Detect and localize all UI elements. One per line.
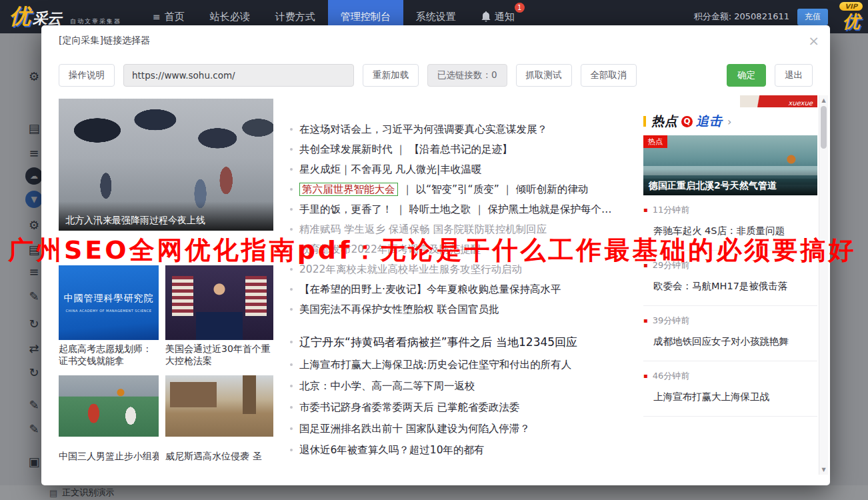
news-card-congress[interactable] <box>165 265 273 340</box>
main-photo-caption[interactable]: 北方入汛来最强降雨过程今夜上线 <box>59 201 273 231</box>
news-link: 上海宣布打赢大上海保卫战:历史会记住坚守和付出的所有人 <box>299 359 571 371</box>
bullet-square-icon: ▪ <box>643 317 648 324</box>
reload-button[interactable]: 重新加载 <box>363 64 419 87</box>
logo-glyph: 优 <box>9 2 31 31</box>
promo-banner[interactable]: xuexue <box>740 95 817 107</box>
news-item[interactable]: 美国宪法不再保护女性堕胎权 联合国官员批 <box>288 299 644 319</box>
bullet-icon <box>290 385 293 387</box>
news-link: 手里的饭，更香了！ ｜ 聆听土地之歌 ｜ 保护黑土地就是保护每个… <box>299 203 612 215</box>
news-card-basketball[interactable] <box>59 375 159 437</box>
bullet-icon <box>290 288 293 291</box>
bullet-square-icon: ▪ <box>643 207 648 213</box>
news-item[interactable]: 第六届世界智能大会 ｜ 以“智变”引“质变” ｜ 倾听创新的律动 <box>288 179 644 199</box>
nav-settings-label: 系统设置 <box>416 11 456 23</box>
hot-tag-badge: 热点 <box>643 135 667 148</box>
embedded-page: xuexue 北方入汛来最强降雨过程今夜上线 中國管理科學研究院 CHINA A… <box>59 95 828 475</box>
dialog-title: [定向采集]链接选择器 <box>59 35 150 47</box>
card-caption[interactable]: 中国三人男篮止步小组赛 <box>59 451 159 463</box>
scroll-up-icon[interactable]: ▲ <box>819 97 828 103</box>
news-item[interactable]: 共创全球发展新时代 ｜ 【沿着总书记的足迹】 <box>288 139 644 159</box>
hot-item-link[interactable]: 上海宣布打赢大上海保卫战 <box>643 391 817 403</box>
news-item[interactable]: 退休近6年被查算久吗？超过10年的都有 <box>288 439 644 461</box>
close-icon[interactable]: × <box>808 34 819 47</box>
grab-test-button[interactable]: 抓取测试 <box>516 64 572 87</box>
hot-title-right: 追击 <box>696 113 723 130</box>
bell-icon <box>481 11 491 22</box>
hot-logo-icon: Q <box>681 116 693 127</box>
hot-item-time: 39分钟前 <box>653 315 690 327</box>
dialog-header: [定向采集]链接选择器 × <box>59 31 819 51</box>
bullet-icon <box>290 449 293 451</box>
bullet-icon <box>290 128 293 131</box>
news-list: 在这场对话会上，习近平为何强调要真心实意谋发展？ 共创全球发展新时代 ｜ 【沿着… <box>288 119 644 461</box>
card-caption[interactable]: 美国会通过近30年首个重大控枪法案 <box>165 343 273 367</box>
nav-home-label: 首页 <box>165 11 185 23</box>
highlighted-link[interactable]: 第六届世界智能大会 <box>299 183 398 196</box>
bullet-icon <box>290 406 293 409</box>
menu-icon: ≡ <box>153 11 161 22</box>
news-link: 美国宪法不再保护女性堕胎权 联合国官员批 <box>299 303 499 315</box>
navbar-right: 积分金额: 2050821611 充值 <box>694 9 828 25</box>
news-item[interactable]: 辽宁丹东“持黄码者看病被拦”事件之后 当地12345回应 <box>288 330 644 354</box>
accent-bar <box>643 116 646 127</box>
nav-must-read-label: 站长必读 <box>210 11 250 23</box>
help-button[interactable]: 操作说明 <box>59 64 115 87</box>
news-link: 在这场对话会上，习近平为何强调要真心实意谋发展？ <box>299 123 547 135</box>
hot-item[interactable]: ▪39分钟前 成都地铁回应女子对小孩跳艳舞 <box>643 306 817 361</box>
scrollbar[interactable]: ▲ ▼ <box>819 95 828 475</box>
news-link: 【在希望的田野上·麦收记】今年夏粮收购总量保持高水平 <box>299 283 561 295</box>
bullet-icon <box>290 268 293 271</box>
bullet-icon <box>290 188 293 191</box>
news-item[interactable]: 手里的饭，更香了！ ｜ 聆听土地之歌 ｜ 保护黑土地就是保护每个… <box>288 199 644 219</box>
watermark-text: 广州SEO全网优化指南pdf：无论是干什么工作最基础的必须要搞好 <box>8 233 857 267</box>
hot-title-left: 热点 <box>651 113 678 130</box>
nav-pricing-label: 计费方式 <box>275 11 315 23</box>
exit-button[interactable]: 退出 <box>775 64 813 87</box>
bullet-icon <box>290 427 293 430</box>
url-input[interactable] <box>123 64 354 87</box>
bullet-square-icon: ▪ <box>643 373 648 379</box>
scrollbar-thumb[interactable] <box>821 106 827 149</box>
news-item[interactable]: 【在希望的田野上·麦收记】今年夏粮收购总量保持高水平 <box>288 279 644 299</box>
corner-logo-glyph: 优 <box>843 10 860 33</box>
hot-image[interactable]: 热点 德国正重启北溪2号天然气管道 <box>643 135 817 195</box>
chevron-right-icon[interactable]: › <box>727 115 731 128</box>
news-card-institute[interactable]: 中國管理科學研究院 CHINA ACADEMY OF MANAGEMENT SC… <box>59 265 159 340</box>
bullet-icon <box>290 363 293 366</box>
hot-item-time: 46分钟前 <box>653 370 690 382</box>
news-item[interactable]: 市委书记跻身省委常委两天后 已掌舵省委政法委 <box>288 397 644 418</box>
bullet-icon <box>290 228 293 231</box>
card-image-subtext: CHINA ACADEMY OF MANAGEMENT SCIENCE <box>66 309 152 313</box>
notification-badge: 1 <box>515 3 525 13</box>
news-link: 辽宁丹东“持黄码者看病被拦”事件之后 当地12345回应 <box>299 335 577 349</box>
news-item[interactable]: 星火成炬｜不舍再见 凡人微光|丰收温暖 <box>288 159 644 179</box>
hot-item-link[interactable]: 成都地铁回应女子对小孩跳艳舞 <box>643 335 817 348</box>
nav-notifications-label: 通知 <box>495 11 515 23</box>
news-link: 共创全球发展新时代 ｜ 【沿着总书记的足迹】 <box>299 143 513 155</box>
scroll-down-icon[interactable]: ▼ <box>819 467 828 473</box>
bullet-icon <box>290 148 293 151</box>
recharge-button[interactable]: 充值 <box>797 9 828 25</box>
news-link: ｜ 以“智变”引“质变” ｜ 倾听创新的律动 <box>399 183 589 195</box>
news-item[interactable]: 上海宣布打赢大上海保卫战:历史会记住坚守和付出的所有人 <box>288 354 644 375</box>
news-link: 市委书记跻身省委常委两天后 已掌舵省委政法委 <box>299 401 519 413</box>
news-item[interactable]: 国足亚洲排名跌出前十 国家队建设为何陷入停滞？ <box>288 418 644 439</box>
hot-item-link[interactable]: 欧委会：马航MH17是被俄击落 <box>643 280 817 293</box>
confirm-button[interactable]: 确定 <box>727 64 766 87</box>
selected-count-badge: 已选链接数：0 <box>427 64 507 87</box>
news-link: 退休近6年被查算久吗？超过10年的都有 <box>299 444 485 456</box>
news-link: 国足亚洲排名跌出前十 国家队建设为何陷入停滞？ <box>299 423 530 435</box>
dialog-toolbar: 操作说明 重新加载 已选链接数：0 抓取测试 全部取消 确定 退出 <box>59 64 813 87</box>
hot-item[interactable]: ▪46分钟前 上海宣布打赢大上海保卫战 <box>643 361 817 417</box>
cancel-all-button[interactable]: 全部取消 <box>581 64 637 87</box>
card-caption[interactable]: 威尼斯遇高水位侵袭 圣 <box>165 451 273 463</box>
bullet-icon <box>290 168 293 171</box>
news-link: 星火成炬｜不舍再见 凡人微光|丰收温暖 <box>299 163 481 175</box>
news-item[interactable]: 北京：中小学、高一高二等下周一返校 <box>288 375 644 397</box>
news-item[interactable]: 在这场对话会上，习近平为何强调要真心实意谋发展？ <box>288 119 644 139</box>
promo-banner-text: xuexue <box>788 99 813 107</box>
main-photo[interactable]: 北方入汛来最强降雨过程今夜上线 <box>59 99 273 231</box>
news-card-venice[interactable] <box>165 375 273 437</box>
card-caption[interactable]: 起底高考志愿规划师：证书交钱就能拿 <box>59 343 159 367</box>
bullet-icon <box>290 208 293 211</box>
